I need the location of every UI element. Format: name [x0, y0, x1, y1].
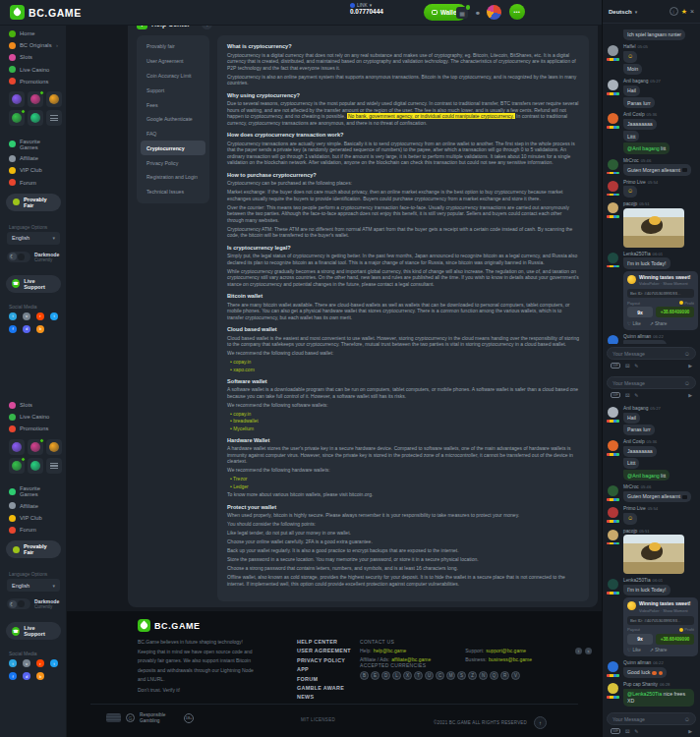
username[interactable]: Quinn allman — [623, 334, 651, 339]
sidebar-item-provably-fair[interactable]: Provably Fair — [6, 540, 61, 558]
avatar[interactable] — [608, 530, 618, 540]
emoji-icon[interactable]: ☺ — [684, 716, 690, 722]
sidebar-item-promotions[interactable]: Promotions — [0, 76, 67, 87]
game-menu[interactable] — [46, 110, 62, 126]
send-icon[interactable]: ▶ — [688, 392, 692, 398]
wallet-link-breadwallet[interactable]: breadwallet — [230, 418, 579, 424]
send-icon[interactable]: ▶ — [688, 363, 692, 368]
sidebar-item-forum[interactable]: Forum — [0, 524, 67, 536]
bcgame-logo[interactable]: BC.GAME — [10, 5, 82, 20]
bet-id-pill[interactable]: Bet ID: #4070530399193... — [627, 616, 694, 625]
shared-image[interactable] — [623, 535, 684, 574]
mention-link[interactable]: @Anil bagang — [627, 473, 660, 479]
avatar[interactable] — [608, 407, 618, 418]
username[interactable]: Pup cap Shanity — [623, 682, 658, 687]
footer-link-forum[interactable]: FORUM — [297, 676, 351, 682]
help-nav-privacy-policy[interactable]: Privacy Policy — [141, 155, 205, 170]
chat-win-card[interactable]: Winning tastes sweet!VideoPoker · Show M… — [623, 597, 698, 656]
username[interactable]: MrCroc — [623, 484, 639, 489]
darkmode-toggle[interactable]: ☾DarkmodeCurrently — [7, 252, 60, 262]
avatar[interactable] — [608, 335, 618, 344]
discord-icon[interactable]: d — [23, 672, 30, 680]
sidebar-item-provably-fair[interactable]: Provably Fair — [6, 194, 61, 211]
help-nav-coin-accuracy-limit[interactable]: Coin Accuracy Limit — [141, 69, 205, 84]
game-crystal[interactable] — [28, 110, 43, 126]
telegram-icon[interactable]: t — [9, 312, 17, 320]
attachment-icon[interactable]: ✎ — [634, 728, 638, 734]
chat-win-card[interactable]: Winning tastes sweet!VideoPoker · Show M… — [623, 271, 698, 330]
bitcointalk-icon[interactable]: b — [36, 672, 44, 680]
live-support-button[interactable]: ☎Live Support — [6, 275, 61, 293]
avatar[interactable] — [608, 661, 618, 672]
chat-message-input[interactable]: Your Message☺ — [607, 347, 696, 360]
sidebar-item-favorite-games[interactable]: Favorite Games — [0, 483, 67, 500]
facebook-icon[interactable]: f — [9, 325, 17, 333]
help-nav-registration-and-login[interactable]: Registration and Login — [141, 170, 205, 185]
twitter-icon[interactable]: t — [50, 659, 58, 667]
avatar[interactable] — [608, 45, 618, 56]
deposit-box-icon[interactable]: ▦ — [456, 7, 468, 19]
username[interactable]: MrCroc — [623, 158, 639, 163]
skype-icon[interactable]: s — [585, 648, 592, 654]
sidebar-item-favorite-games[interactable]: Favorite Games — [0, 136, 67, 152]
discord-icon[interactable]: d — [23, 325, 30, 333]
help-nav-support[interactable]: Support — [141, 83, 205, 97]
contact-email[interactable]: help@bc.game — [374, 648, 407, 653]
attachment-icon[interactable]: ✎ — [634, 392, 638, 398]
dice-icon[interactable]: ⚄ — [625, 392, 629, 398]
twitter-icon[interactable]: t — [50, 312, 58, 320]
emoji-icon[interactable]: ☺ — [684, 351, 690, 357]
chat-message-input[interactable]: Your Message☺ — [607, 376, 696, 389]
footer-link-help-center[interactable]: HELP CENTER — [297, 639, 351, 645]
username[interactable]: Quinn allman — [623, 660, 651, 665]
avatar[interactable] — [608, 113, 618, 124]
chat-language-select[interactable]: Deutsch — [609, 9, 632, 15]
help-nav-provably-fair[interactable]: Provably fair — [141, 39, 205, 54]
mention-link[interactable]: @Lenka250Tia — [627, 691, 662, 697]
game-twist[interactable] — [9, 439, 25, 455]
footer-logo[interactable]: BC.GAME — [138, 619, 201, 632]
avatar[interactable] — [608, 485, 618, 496]
shared-image[interactable] — [623, 208, 684, 248]
help-nav-technical-issues[interactable]: Technical Issues — [141, 185, 205, 199]
profile-icon[interactable]: ☻ — [472, 7, 484, 19]
chat-message-input[interactable]: Your Message☺ — [607, 712, 696, 725]
telegram-icon[interactable]: t — [9, 659, 17, 667]
sidebar-item-affiliate[interactable]: Affiliate — [0, 500, 67, 512]
game-flask[interactable] — [9, 110, 25, 126]
wallet-link-copay-in[interactable]: copay.in — [230, 411, 579, 417]
game-classic-dice[interactable] — [46, 439, 62, 455]
mention-link[interactable]: @Anil bagang — [627, 145, 660, 151]
chat-rules-icon[interactable]: i — [670, 7, 678, 16]
attachment-icon[interactable]: ✎ — [634, 363, 638, 368]
help-nav-user-agreement[interactable]: User Agreement — [141, 54, 205, 69]
gif-icon[interactable]: GIF — [611, 728, 620, 734]
username[interactable]: Lenka250Tia — [623, 252, 651, 256]
reddit-icon[interactable]: r — [36, 659, 44, 667]
live-support-button[interactable]: ☎Live Support — [6, 622, 61, 640]
facebook-icon[interactable]: f — [9, 672, 17, 680]
balance-selector[interactable]: LINK ▾ 0.07770444 — [350, 3, 383, 15]
bitcointalk-icon[interactable]: b — [36, 325, 44, 333]
avatar[interactable] — [608, 579, 618, 590]
gif-icon[interactable]: GIF — [611, 363, 620, 368]
telegram-icon[interactable]: t — [575, 648, 582, 654]
contact-email[interactable]: affiliate@bc.game — [391, 656, 431, 662]
darkmode-switch[interactable]: ☾ — [7, 598, 30, 609]
avatar[interactable] — [608, 683, 618, 694]
sidebar-item-bc-originals[interactable]: BC Originals› — [0, 39, 67, 51]
contact-email[interactable]: business@bc.game — [489, 656, 532, 662]
sidebar-item-live-casino[interactable]: Live Casino — [0, 411, 67, 423]
footer-link-user-agreement[interactable]: USER AGREEMENT — [297, 648, 351, 653]
contact-email[interactable]: support@bc.game — [486, 648, 526, 653]
dice-icon[interactable]: ⚄ — [625, 363, 629, 368]
reddit-icon[interactable]: r — [36, 312, 44, 320]
avatar[interactable] — [608, 507, 618, 518]
sidebar-item-vip-club[interactable]: VIP Club — [0, 512, 67, 524]
username[interactable]: Primo Live — [623, 506, 646, 511]
language-select[interactable]: English▾ — [7, 232, 60, 245]
send-icon[interactable]: ▶ — [688, 728, 692, 734]
help-nav-faq[interactable]: FAQ — [141, 127, 205, 142]
username[interactable]: Lenka250Tia — [623, 578, 651, 583]
close-icon[interactable]: × — [690, 8, 694, 15]
